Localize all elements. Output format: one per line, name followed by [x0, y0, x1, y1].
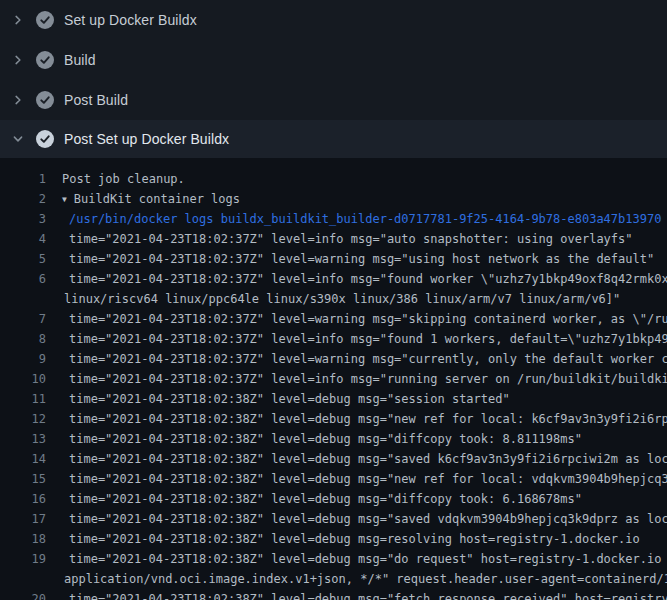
- line-number[interactable]: 4: [0, 229, 46, 249]
- log-row: 20time="2021-04-23T18:02:38Z" level=debu…: [0, 589, 667, 600]
- step-label: Post Set up Docker Buildx: [64, 131, 229, 147]
- success-check-circle-icon: [36, 91, 54, 109]
- success-check-circle-icon: [36, 11, 54, 29]
- log-row: 12time="2021-04-23T18:02:38Z" level=debu…: [0, 409, 667, 429]
- actions-log-viewer: Set up Docker BuildxBuildPost BuildPost …: [0, 0, 667, 600]
- line-number[interactable]: 18: [0, 529, 46, 549]
- chevron-down-icon: [12, 133, 24, 145]
- log-text: time="2021-04-23T18:02:38Z" level=debug …: [69, 389, 510, 409]
- line-number[interactable]: 12: [0, 409, 46, 429]
- step-row-set-up-docker-buildx[interactable]: Set up Docker Buildx: [0, 0, 667, 40]
- log-row-continuation: linux/riscv64 linux/ppc64le linux/s390x …: [0, 289, 667, 309]
- log-row: 13time="2021-04-23T18:02:38Z" level=debu…: [0, 429, 667, 449]
- log-row: 3/usr/bin/docker logs buildx_buildkit_bu…: [0, 209, 667, 229]
- log-row-continuation: application/vnd.oci.image.index.v1+json,…: [0, 569, 667, 589]
- step-label: Set up Docker Buildx: [64, 12, 197, 28]
- log-row: 4time="2021-04-23T18:02:37Z" level=info …: [0, 229, 667, 249]
- log-row: 10time="2021-04-23T18:02:37Z" level=info…: [0, 369, 667, 389]
- line-number[interactable]: 7: [0, 309, 46, 329]
- line-number[interactable]: 16: [0, 489, 46, 509]
- line-number[interactable]: 14: [0, 449, 46, 469]
- line-number[interactable]: 6: [0, 269, 46, 289]
- line-number[interactable]: 19: [0, 549, 46, 569]
- step-row-post-build[interactable]: Post Build: [0, 80, 667, 120]
- line-number[interactable]: 3: [0, 209, 46, 229]
- log-text: linux/riscv64 linux/ppc64le linux/s390x …: [64, 289, 620, 309]
- log-text: time="2021-04-23T18:02:38Z" level=debug …: [69, 529, 640, 549]
- log-group-title: BuildKit container logs: [74, 192, 240, 206]
- steps-list: Set up Docker BuildxBuildPost BuildPost …: [0, 0, 667, 158]
- log-text: time="2021-04-23T18:02:38Z" level=debug …: [69, 409, 667, 429]
- log-command-text: /usr/bin/docker logs buildx_buildkit_bui…: [69, 209, 661, 229]
- log-text: time="2021-04-23T18:02:38Z" level=debug …: [69, 449, 667, 469]
- log-group-toggle: ▼BuildKit container logs: [62, 189, 240, 209]
- step-label: Post Build: [64, 92, 128, 108]
- log-text: time="2021-04-23T18:02:37Z" level=info m…: [69, 269, 667, 289]
- log-row[interactable]: 2▼BuildKit container logs: [0, 189, 667, 209]
- log-text: time="2021-04-23T18:02:37Z" level=info m…: [69, 329, 667, 349]
- success-check-circle-icon: [36, 130, 54, 148]
- log-row: 8time="2021-04-23T18:02:37Z" level=info …: [0, 329, 667, 349]
- step-row-build[interactable]: Build: [0, 40, 667, 80]
- log-row: 7time="2021-04-23T18:02:37Z" level=warni…: [0, 309, 667, 329]
- log-text: application/vnd.oci.image.index.v1+json,…: [64, 569, 667, 589]
- log-row: 9time="2021-04-23T18:02:37Z" level=warni…: [0, 349, 667, 369]
- group-expand-triangle-icon: ▼: [62, 190, 67, 209]
- log-text: time="2021-04-23T18:02:38Z" level=debug …: [69, 589, 667, 600]
- log-row: 1Post job cleanup.: [0, 169, 667, 189]
- line-number[interactable]: 17: [0, 509, 46, 529]
- line-number[interactable]: 20: [0, 589, 46, 600]
- line-number[interactable]: 5: [0, 249, 46, 269]
- line-number[interactable]: 1: [0, 169, 46, 189]
- log-text: time="2021-04-23T18:02:38Z" level=debug …: [69, 549, 667, 569]
- log-text: time="2021-04-23T18:02:38Z" level=debug …: [69, 469, 667, 489]
- log-row: 18time="2021-04-23T18:02:38Z" level=debu…: [0, 529, 667, 549]
- log-row: 16time="2021-04-23T18:02:38Z" level=debu…: [0, 489, 667, 509]
- log-text: time="2021-04-23T18:02:37Z" level=warnin…: [69, 309, 667, 329]
- step-row-post-set-up-docker-buildx[interactable]: Post Set up Docker Buildx: [0, 120, 667, 158]
- log-row: 5time="2021-04-23T18:02:37Z" level=warni…: [0, 249, 667, 269]
- log-row: 11time="2021-04-23T18:02:38Z" level=debu…: [0, 389, 667, 409]
- log-row: 14time="2021-04-23T18:02:38Z" level=debu…: [0, 449, 667, 469]
- line-number[interactable]: 2: [0, 189, 46, 209]
- log-panel: 1Post job cleanup.2▼BuildKit container l…: [0, 158, 667, 600]
- line-number[interactable]: 8: [0, 329, 46, 349]
- log-text: time="2021-04-23T18:02:37Z" level=info m…: [69, 229, 633, 249]
- line-number[interactable]: 11: [0, 389, 46, 409]
- log-text: Post job cleanup.: [62, 169, 185, 189]
- log-text: time="2021-04-23T18:02:37Z" level=warnin…: [69, 249, 654, 269]
- chevron-right-icon: [12, 94, 24, 106]
- chevron-right-icon: [12, 54, 24, 66]
- line-number[interactable]: 9: [0, 349, 46, 369]
- log-text: time="2021-04-23T18:02:38Z" level=debug …: [69, 509, 667, 529]
- log-text: time="2021-04-23T18:02:37Z" level=warnin…: [69, 349, 667, 369]
- log-text: time="2021-04-23T18:02:38Z" level=debug …: [69, 429, 582, 449]
- success-check-circle-icon: [36, 51, 54, 69]
- log-row: 15time="2021-04-23T18:02:38Z" level=debu…: [0, 469, 667, 489]
- line-number[interactable]: 15: [0, 469, 46, 489]
- log-row: 19time="2021-04-23T18:02:38Z" level=debu…: [0, 549, 667, 569]
- line-number[interactable]: 13: [0, 429, 46, 449]
- log-row: 6time="2021-04-23T18:02:37Z" level=info …: [0, 269, 667, 289]
- step-label: Build: [64, 52, 96, 68]
- log-text: time="2021-04-23T18:02:38Z" level=debug …: [69, 489, 582, 509]
- chevron-right-icon: [12, 14, 24, 26]
- log-text: time="2021-04-23T18:02:37Z" level=info m…: [69, 369, 667, 389]
- line-number[interactable]: 10: [0, 369, 46, 389]
- log-row: 17time="2021-04-23T18:02:38Z" level=debu…: [0, 509, 667, 529]
